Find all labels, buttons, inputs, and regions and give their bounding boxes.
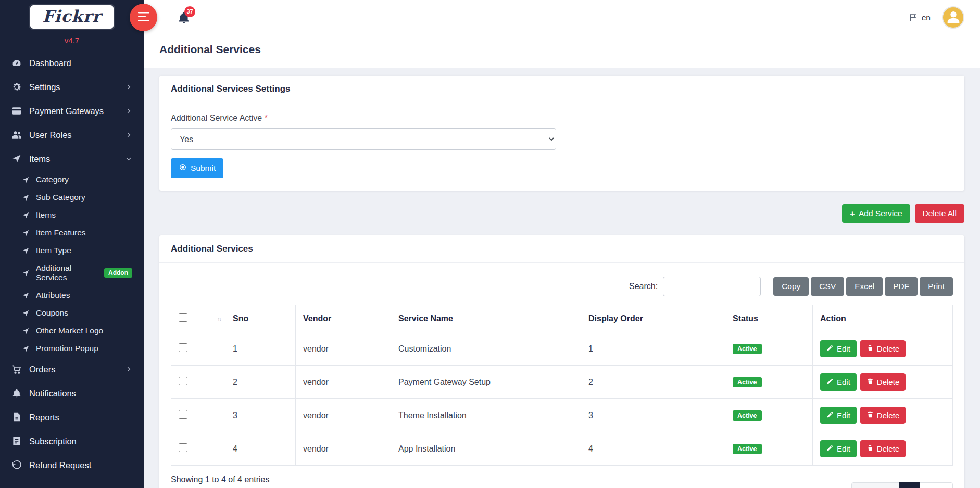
row-checkbox[interactable] [179, 377, 187, 385]
send-icon [22, 292, 30, 299]
header-status[interactable]: Status [725, 305, 813, 332]
edit-button[interactable]: Edit [820, 440, 857, 457]
delete-all-button[interactable]: Delete All [915, 204, 964, 223]
sidebar-item-other-market-logo[interactable]: Other Market Logo [0, 322, 144, 340]
send-icon [22, 176, 30, 184]
sidebar-item-label: Additional Services [36, 264, 93, 282]
delete-button[interactable]: Delete [860, 440, 906, 457]
additional-service-active-select[interactable]: Yes [171, 128, 556, 150]
menu-icon [138, 12, 149, 23]
header-action[interactable]: Action [813, 305, 953, 332]
items-submenu: Category Sub Category Items Item Feature… [0, 171, 144, 357]
content-area: Additional Services Settings Additional … [144, 68, 980, 488]
sidebar-item-notifications[interactable]: Notifications [0, 381, 144, 405]
cell-display-order: 1 [581, 332, 725, 366]
header-sno[interactable]: Sno [225, 305, 296, 332]
sidebar-item-item-type[interactable]: Item Type [0, 242, 144, 259]
header-service-name[interactable]: Service Name [391, 305, 581, 332]
sidebar-item-item-features[interactable]: Item Features [0, 224, 144, 242]
table-actions-row: + Add Service Delete All [159, 204, 964, 223]
sidebar-item-orders[interactable]: Orders [0, 357, 144, 381]
flag-icon [909, 13, 918, 22]
edit-button[interactable]: Edit [820, 373, 857, 391]
language-selector[interactable]: en [909, 13, 931, 22]
cell-select [171, 399, 225, 432]
sidebar-item-payment-gateways[interactable]: Payment Gateways [0, 99, 144, 123]
print-button[interactable]: Print [920, 277, 953, 296]
pagination-page-1[interactable]: 1 [899, 482, 921, 488]
edit-button[interactable]: Edit [820, 407, 857, 424]
pdf-button[interactable]: PDF [885, 277, 918, 296]
sidebar-item-sub-category[interactable]: Sub Category [0, 189, 144, 206]
sidebar-menu: Dashboard Settings Payment Gateways User… [0, 51, 144, 477]
sidebar-item-items-sub[interactable]: Items [0, 206, 144, 224]
logo[interactable]: Fickrr [0, 0, 144, 29]
pencil-icon [826, 411, 834, 420]
pagination-previous[interactable]: Previous [851, 482, 899, 488]
submit-button[interactable]: Submit [171, 158, 223, 178]
select-all-checkbox[interactable] [179, 313, 187, 322]
bell-icon [11, 388, 22, 398]
row-checkbox[interactable] [179, 443, 187, 452]
trash-icon [866, 378, 874, 386]
sidebar-item-label: Attributes [36, 291, 70, 300]
csv-button[interactable]: CSV [811, 277, 844, 296]
logo-box[interactable]: Fickrr [30, 5, 114, 29]
active-field-label: Additional Service Active * [171, 114, 953, 123]
cell-display-order: 2 [581, 366, 725, 399]
sidebar-item-additional-services[interactable]: Additional Services Addon [0, 259, 144, 286]
cell-sno: 3 [225, 399, 296, 432]
excel-button[interactable]: Excel [846, 277, 883, 296]
sidebar-item-label: Subscription [29, 436, 77, 446]
sidebar-item-reports[interactable]: Reports [0, 405, 144, 429]
edit-label: Edit [837, 444, 850, 453]
notifications-button[interactable]: 37 [177, 11, 191, 24]
table-row: 1 vendor Customization 1 Active EditDele… [171, 332, 953, 366]
header-select-column[interactable]: ↑↓ [171, 305, 225, 332]
sidebar-item-category[interactable]: Category [0, 171, 144, 189]
header-display-order[interactable]: Display Order [581, 305, 725, 332]
delete-button[interactable]: Delete [860, 340, 906, 357]
cell-status: Active [725, 432, 813, 466]
send-icon [11, 154, 22, 164]
sidebar-item-dashboard[interactable]: Dashboard [0, 51, 144, 75]
topbar-right: en [909, 6, 964, 29]
cell-action: EditDelete [813, 366, 953, 399]
copy-button[interactable]: Copy [773, 277, 809, 296]
delete-button[interactable]: Delete [860, 373, 906, 391]
sidebar-item-label: Item Features [36, 228, 86, 237]
add-service-button[interactable]: + Add Service [842, 204, 910, 223]
edit-button[interactable]: Edit [820, 340, 857, 357]
pagination-next[interactable]: Next [920, 482, 953, 488]
sidebar-toggle-button[interactable] [130, 4, 157, 31]
row-checkbox[interactable] [179, 410, 187, 419]
cell-vendor: vendor [296, 432, 391, 466]
sidebar-item-coupons[interactable]: Coupons [0, 304, 144, 322]
send-icon [22, 229, 30, 237]
avatar[interactable] [942, 6, 964, 29]
table-row: 4 vendor App Installation 4 Active EditD… [171, 432, 953, 466]
submit-icon [179, 163, 187, 173]
row-checkbox[interactable] [179, 343, 187, 352]
bell-icon [177, 17, 191, 26]
table-header-row: ↑↓ Sno Vendor Service Name Display Order… [171, 305, 953, 332]
sidebar-item-label: Sub Category [36, 193, 85, 202]
status-badge: Active [733, 377, 762, 387]
sidebar-item-promotion-popup[interactable]: Promotion Popup [0, 340, 144, 357]
cell-service-name: Theme Installation [391, 399, 581, 432]
header-vendor[interactable]: Vendor [296, 305, 391, 332]
cell-action: EditDelete [813, 432, 953, 466]
sidebar-item-settings[interactable]: Settings [0, 75, 144, 99]
sidebar-item-refund-request[interactable]: Refund Request [0, 453, 144, 477]
sidebar-item-items[interactable]: Items [0, 147, 144, 171]
cart-icon [11, 364, 22, 374]
search-input[interactable] [663, 277, 761, 296]
sidebar-item-user-roles[interactable]: User Roles [0, 123, 144, 147]
required-asterisk: * [265, 114, 268, 122]
delete-button[interactable]: Delete [860, 407, 906, 424]
sidebar: Fickrr v4.7 Dashboard Settings Payment G… [0, 0, 144, 488]
search-label: Search: [629, 282, 658, 291]
sidebar-item-subscription[interactable]: Subscription [0, 429, 144, 453]
sidebar-item-attributes[interactable]: Attributes [0, 286, 144, 304]
cell-action: EditDelete [813, 332, 953, 366]
